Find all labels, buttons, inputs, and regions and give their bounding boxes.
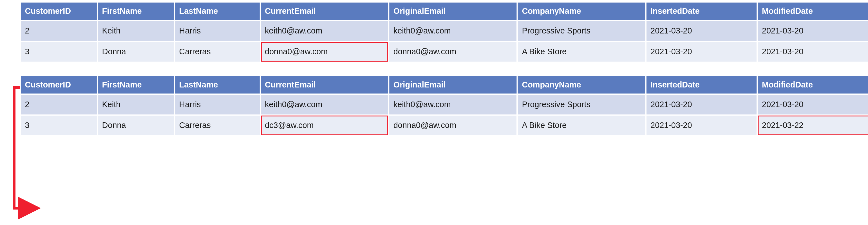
cell-originalemail: keith0@aw.com [389, 94, 517, 115]
cell-companyname: Progressive Sports [517, 94, 646, 115]
cell-currentemail: keith0@aw.com [260, 94, 389, 115]
col-header-lastname: LastName [175, 76, 260, 94]
cell-firstname: Donna [97, 115, 175, 136]
cell-customerid: 2 [20, 94, 97, 115]
cell-customerid: 3 [20, 41, 97, 62]
cell-firstname: Keith [97, 21, 175, 41]
tables-container: CustomerID FirstName LastName CurrentEma… [20, 1, 868, 136]
table-row: 3 Donna Carreras dc3@aw.com donna0@aw.co… [20, 115, 868, 136]
col-header-currentemail: CurrentEmail [260, 76, 389, 94]
col-header-modifieddate: ModifiedDate [757, 2, 868, 21]
col-header-lastname: LastName [175, 2, 260, 21]
cell-companyname: A Bike Store [517, 41, 646, 62]
cell-customerid: 3 [20, 115, 97, 136]
col-header-modifieddate: ModifiedDate [757, 76, 868, 94]
cell-firstname: Donna [97, 41, 175, 62]
cell-companyname: Progressive Sports [517, 21, 646, 41]
table-row: 2 Keith Harris keith0@aw.com keith0@aw.c… [20, 94, 868, 115]
cell-firstname: Keith [97, 94, 175, 115]
col-header-currentemail: CurrentEmail [260, 2, 389, 21]
col-header-companyname: CompanyName [517, 76, 646, 94]
col-header-firstname: FirstName [97, 76, 175, 94]
col-header-originalemail: OriginalEmail [389, 2, 517, 21]
cell-modifieddate: 2021-03-20 [757, 94, 868, 115]
col-header-customerid: CustomerID [20, 76, 97, 94]
cell-inserteddate: 2021-03-20 [646, 94, 757, 115]
table-header-row: CustomerID FirstName LastName CurrentEma… [20, 2, 868, 21]
cell-modifieddate: 2021-03-20 [757, 21, 868, 41]
cell-inserteddate: 2021-03-20 [646, 41, 757, 62]
cell-modifieddate: 2021-03-20 [757, 41, 868, 62]
cell-modifieddate: 2021-03-22 [757, 115, 868, 136]
col-header-inserteddate: InsertedDate [646, 76, 757, 94]
col-header-customerid: CustomerID [20, 2, 97, 21]
cell-originalemail: donna0@aw.com [389, 115, 517, 136]
table-row: 2 Keith Harris keith0@aw.com keith0@aw.c… [20, 21, 868, 41]
cell-lastname: Carreras [175, 41, 260, 62]
cell-currentemail: donna0@aw.com [260, 41, 389, 62]
col-header-firstname: FirstName [97, 2, 175, 21]
cell-inserteddate: 2021-03-20 [646, 21, 757, 41]
cell-companyname: A Bike Store [517, 115, 646, 136]
col-header-inserteddate: InsertedDate [646, 2, 757, 21]
col-header-originalemail: OriginalEmail [389, 76, 517, 94]
table-header-row: CustomerID FirstName LastName CurrentEma… [20, 76, 868, 94]
customer-table-before: CustomerID FirstName LastName CurrentEma… [20, 1, 868, 63]
cell-lastname: Harris [175, 21, 260, 41]
table-row: 3 Donna Carreras donna0@aw.com donna0@aw… [20, 41, 868, 62]
col-header-companyname: CompanyName [517, 2, 646, 21]
cell-originalemail: donna0@aw.com [389, 41, 517, 62]
cell-inserteddate: 2021-03-20 [646, 115, 757, 136]
cell-lastname: Harris [175, 94, 260, 115]
table-gap [20, 63, 868, 75]
cell-customerid: 2 [20, 21, 97, 41]
cell-currentemail: dc3@aw.com [260, 115, 389, 136]
cell-originalemail: keith0@aw.com [389, 21, 517, 41]
cell-currentemail: keith0@aw.com [260, 21, 389, 41]
cell-lastname: Carreras [175, 115, 260, 136]
customer-table-after: CustomerID FirstName LastName CurrentEma… [20, 75, 868, 136]
